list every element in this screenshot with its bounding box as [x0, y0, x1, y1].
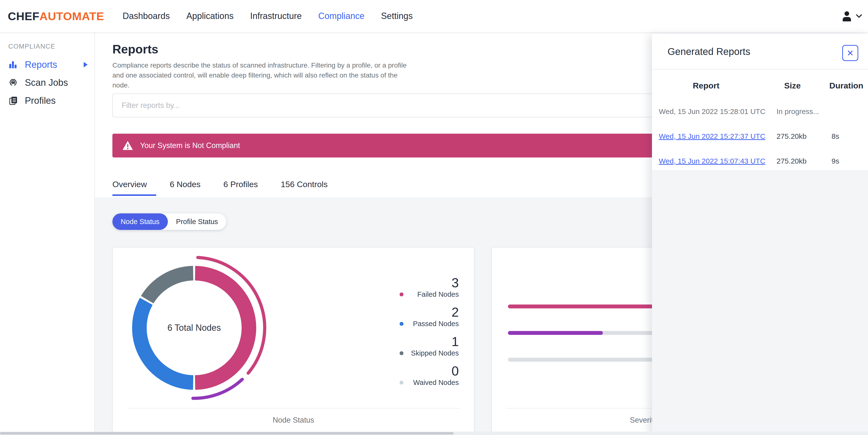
close-panel-button[interactable] — [842, 45, 858, 61]
table-row: Wed, 15 Jun 2022 15:27:37 UTC 275.20kb 8… — [652, 124, 868, 149]
passed-count: 2 — [399, 305, 459, 319]
column-header-size: Size — [760, 81, 825, 91]
report-size: 275.20kb — [760, 132, 825, 140]
failed-count: 3 — [399, 276, 459, 290]
table-header-row: Report Size Duration — [652, 69, 868, 99]
sidebar-item-label: Profiles — [25, 96, 56, 106]
report-size: In progress... — [760, 107, 825, 116]
legend-label: Waived Nodes — [404, 379, 459, 387]
sidebar-section-label: COMPLIANCE — [8, 43, 94, 50]
sidebar-item-profiles[interactable]: Profiles — [0, 92, 94, 110]
report-date: Wed, 15 Jun 2022 15:28:01 UTC — [652, 107, 760, 116]
brand-automate: AUTOMATE — [39, 10, 104, 23]
brand-chef: CHEF — [8, 10, 39, 23]
sidebar-item-label: Reports — [25, 60, 57, 70]
legend-label: Passed Nodes — [404, 320, 459, 328]
warning-icon — [122, 140, 133, 151]
waived-dot-icon — [399, 380, 404, 385]
passed-dot-icon — [399, 322, 404, 326]
page-title: Reports — [113, 42, 158, 56]
report-download-link[interactable]: Wed, 15 Jun 2022 15:07:43 UTC — [659, 157, 765, 165]
nav-item-compliance[interactable]: Compliance — [318, 11, 365, 21]
nav-item-applications[interactable]: Applications — [186, 11, 234, 21]
report-size: 275.20kb — [760, 157, 825, 165]
top-nav: CHEFAUTOMATE Dashboards Applications Inf… — [0, 0, 868, 32]
legend-item-passed: 2 Passed Nodes — [399, 305, 459, 328]
main-nav: Dashboards Applications Infrastructure C… — [123, 11, 413, 21]
report-duration: 8s — [825, 132, 868, 140]
node-status-caption: Node Status — [113, 416, 474, 425]
table-row: Wed, 15 Jun 2022 15:28:01 UTC In progres… — [652, 99, 868, 124]
nav-item-dashboards[interactable]: Dashboards — [123, 11, 170, 21]
chevron-down-icon[interactable] — [856, 14, 862, 18]
node-status-donut-chart: 6 Total Nodes — [116, 250, 272, 406]
chef-automate-logo[interactable]: CHEFAUTOMATE — [8, 9, 104, 23]
nav-item-infrastructure[interactable]: Infrastructure — [250, 11, 302, 21]
skipped-count: 1 — [399, 335, 459, 348]
sidebar-item-reports[interactable]: Reports — [0, 56, 94, 74]
panel-content-area: Generated Reports Report Size Duration W… — [652, 34, 868, 170]
sidebar-item-label: Scan Jobs — [25, 77, 68, 88]
skipped-dot-icon — [399, 351, 404, 355]
legend-item-skipped: 1 Skipped Nodes — [399, 335, 459, 357]
donut-center-label: 6 Total Nodes — [116, 250, 272, 406]
legend-item-waived: 0 Waived Nodes — [399, 364, 459, 387]
report-duration: 9s — [825, 157, 868, 165]
legend-label: Failed Nodes — [404, 291, 459, 298]
node-status-card: 6 Total Nodes 3 Failed Nodes 2 — [113, 247, 474, 434]
failed-dot-icon — [399, 292, 404, 297]
page-description: Compliance reports describe the status o… — [113, 60, 415, 90]
banner-text: Your System is Not Compliant — [140, 141, 240, 150]
report-download-link[interactable]: Wed, 15 Jun 2022 15:27:37 UTC — [659, 132, 765, 140]
legend-label: Skipped Nodes — [404, 349, 459, 357]
table-row: Wed, 15 Jun 2022 15:07:43 UTC 275.20kb 9… — [652, 149, 868, 173]
toggle-node-status[interactable]: Node Status — [113, 213, 168, 230]
scrollbar-thumb[interactable] — [0, 432, 454, 435]
status-toggle: Node Status Profile Status — [113, 213, 226, 230]
user-profile-icon[interactable] — [841, 10, 853, 22]
column-header-duration: Duration — [825, 81, 868, 91]
compliance-sidebar: COMPLIANCE Reports Scan Jobs — [0, 32, 95, 435]
close-icon — [846, 49, 854, 57]
column-header-report: Report — [652, 81, 760, 91]
tab-nodes[interactable]: 6 Nodes — [170, 179, 210, 196]
severity-bar-fill — [508, 331, 603, 335]
sidebar-item-scan-jobs[interactable]: Scan Jobs — [0, 74, 94, 92]
nav-item-settings[interactable]: Settings — [381, 11, 412, 21]
node-status-legend: 3 Failed Nodes 2 Passed Nodes — [399, 276, 459, 394]
horizontal-scrollbar[interactable] — [0, 432, 868, 435]
report-tabs: Overview 6 Nodes 6 Profiles 156 Controls — [113, 179, 350, 196]
documents-icon — [8, 96, 19, 105]
bar-chart-icon — [8, 60, 19, 69]
tab-controls[interactable]: 156 Controls — [281, 179, 337, 196]
card-divider — [127, 408, 460, 408]
user-menu[interactable] — [841, 0, 862, 32]
generated-reports-table: Report Size Duration Wed, 15 Jun 2022 15… — [652, 69, 868, 173]
legend-item-failed: 3 Failed Nodes — [399, 276, 459, 298]
generated-reports-panel: Generated Reports Report Size Duration W… — [652, 34, 868, 435]
app-window: CHEFAUTOMATE Dashboards Applications Inf… — [0, 0, 868, 435]
tab-profiles[interactable]: 6 Profiles — [223, 179, 267, 196]
radar-icon — [8, 78, 19, 88]
panel-title: Generated Reports — [668, 46, 750, 57]
waived-count: 0 — [399, 364, 459, 378]
toggle-profile-status[interactable]: Profile Status — [168, 213, 226, 230]
tab-overview[interactable]: Overview — [113, 179, 156, 196]
chevron-right-icon — [84, 62, 88, 67]
